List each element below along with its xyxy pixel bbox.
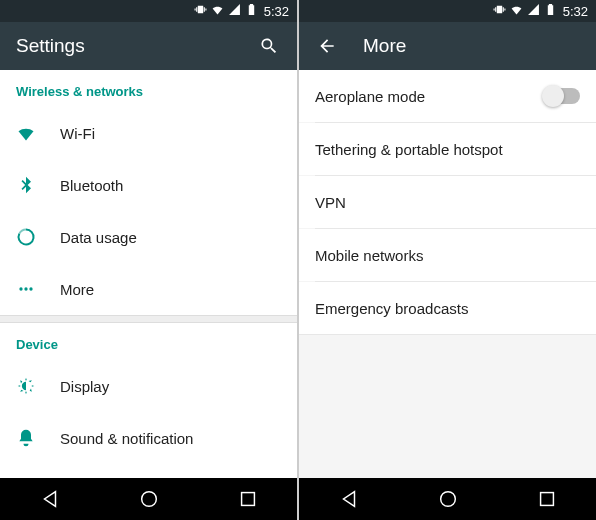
settings-item-label: Data usage	[60, 229, 281, 246]
nav-recents-button[interactable]	[534, 486, 560, 512]
arrow-back-icon	[317, 36, 337, 56]
navigation-bar	[299, 478, 596, 520]
settings-item-label: More	[60, 281, 281, 298]
section-header-wireless: Wireless & networks	[0, 70, 297, 107]
nav-back-button[interactable]	[336, 486, 362, 512]
vibrate-icon	[493, 3, 506, 19]
settings-item-more[interactable]: More	[0, 263, 297, 315]
display-icon	[16, 376, 60, 396]
wifi-icon	[16, 123, 60, 143]
wifi-icon	[510, 3, 523, 19]
more-item-aeroplane[interactable]: Aeroplane mode	[299, 70, 596, 122]
more-item-label: Emergency broadcasts	[315, 300, 580, 317]
app-bar-title: More	[363, 35, 580, 57]
section-divider	[0, 315, 297, 323]
nav-home-button[interactable]	[136, 486, 162, 512]
navigation-bar	[0, 478, 297, 520]
settings-item-display[interactable]: Display	[0, 360, 297, 412]
svg-point-3	[141, 492, 156, 507]
more-icon	[16, 279, 60, 299]
settings-item-data-usage[interactable]: Data usage	[0, 211, 297, 263]
settings-item-bluetooth[interactable]: Bluetooth	[0, 159, 297, 211]
more-item-mobile-networks[interactable]: Mobile networks	[299, 229, 596, 281]
settings-item-sound[interactable]: Sound & notification	[0, 412, 297, 464]
aeroplane-toggle[interactable]	[544, 88, 580, 104]
more-item-label: Aeroplane mode	[315, 88, 544, 105]
app-bar: Settings	[0, 22, 297, 70]
clock-label: 5:32	[563, 4, 588, 19]
more-item-label: Tethering & portable hotspot	[315, 141, 580, 158]
more-screen: 5:32 More Aeroplane mode Tethering & por…	[299, 0, 596, 520]
sound-icon	[16, 428, 60, 448]
vibrate-icon	[194, 3, 207, 19]
settings-item-wifi[interactable]: Wi-Fi	[0, 107, 297, 159]
nav-back-button[interactable]	[37, 486, 63, 512]
clock-label: 5:32	[264, 4, 289, 19]
svg-rect-6	[540, 493, 553, 506]
nav-home-button[interactable]	[435, 486, 461, 512]
back-button[interactable]	[315, 34, 339, 58]
battery-icon	[544, 3, 557, 19]
divider	[299, 334, 596, 335]
settings-item-label: Sound & notification	[60, 430, 281, 447]
more-item-vpn[interactable]: VPN	[299, 176, 596, 228]
more-content: Aeroplane mode Tethering & portable hots…	[299, 70, 596, 478]
search-icon	[259, 36, 279, 56]
status-bar: 5:32	[0, 0, 297, 22]
svg-point-1	[24, 287, 27, 290]
svg-point-5	[440, 492, 455, 507]
section-header-device: Device	[0, 323, 297, 360]
data-usage-icon	[16, 227, 60, 247]
more-item-label: Mobile networks	[315, 247, 580, 264]
svg-point-0	[19, 287, 22, 290]
settings-content: Wireless & networks Wi-Fi Bluetooth Data…	[0, 70, 297, 478]
more-item-label: VPN	[315, 194, 580, 211]
app-bar: More	[299, 22, 596, 70]
settings-item-label: Wi-Fi	[60, 125, 281, 142]
svg-point-2	[29, 287, 32, 290]
nav-recents-button[interactable]	[235, 486, 261, 512]
wifi-icon	[211, 3, 224, 19]
signal-icon	[527, 3, 540, 19]
search-button[interactable]	[257, 34, 281, 58]
status-bar: 5:32	[299, 0, 596, 22]
settings-item-label: Display	[60, 378, 281, 395]
app-bar-title: Settings	[16, 35, 257, 57]
bluetooth-icon	[16, 175, 60, 195]
battery-icon	[245, 3, 258, 19]
more-item-emergency[interactable]: Emergency broadcasts	[299, 282, 596, 334]
svg-rect-4	[241, 493, 254, 506]
settings-screen: 5:32 Settings Wireless & networks Wi-Fi …	[0, 0, 297, 520]
more-item-tethering[interactable]: Tethering & portable hotspot	[299, 123, 596, 175]
settings-item-label: Bluetooth	[60, 177, 281, 194]
signal-icon	[228, 3, 241, 19]
